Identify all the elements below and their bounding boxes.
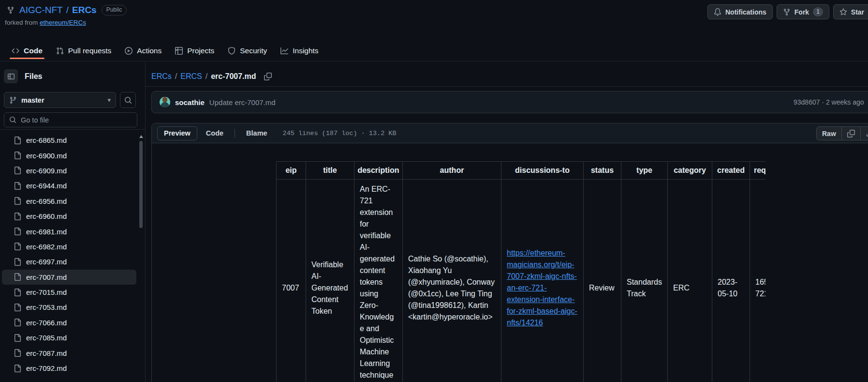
- breadcrumb-separator: /: [175, 72, 177, 81]
- file-tree-item[interactable]: erc-6909.md: [2, 163, 136, 178]
- notifications-label: Notifications: [725, 8, 766, 16]
- tab-security-label: Security: [240, 46, 267, 55]
- file-icon: [14, 228, 21, 235]
- raw-button[interactable]: Raw: [817, 127, 841, 140]
- file-tree-item[interactable]: erc-7087.md: [2, 345, 136, 360]
- scroll-up-arrow[interactable]: [139, 135, 143, 138]
- sidebar-panel-icon: [7, 73, 15, 80]
- file-name: erc-6982.md: [26, 243, 67, 251]
- breadcrumb-folder-link[interactable]: ERCS: [180, 72, 202, 81]
- file-icon: [14, 365, 21, 372]
- file-tree-item[interactable]: erc-6900.md: [2, 148, 136, 163]
- repo-title-slash: /: [66, 5, 69, 15]
- download-raw-button[interactable]: [860, 127, 868, 140]
- file-tree-item[interactable]: erc-6956.md: [2, 194, 136, 209]
- file-tree-item[interactable]: erc-6865.md: [2, 133, 136, 148]
- file-tree-item-selected[interactable]: erc-7007.md: [2, 270, 136, 285]
- play-icon: [125, 47, 132, 55]
- fork-button[interactable]: Fork 1: [777, 4, 829, 19]
- bell-icon: [714, 8, 721, 16]
- project-icon: [175, 47, 183, 55]
- file-tree-item[interactable]: erc-6982.md: [2, 239, 136, 254]
- star-button[interactable]: Star 0: [833, 4, 868, 19]
- file-tree-item[interactable]: erc-7066.md: [2, 315, 136, 330]
- file-icon: [14, 213, 21, 220]
- tab-security[interactable]: Security: [223, 41, 272, 61]
- git-branch-icon: [9, 96, 17, 104]
- file-name: erc-7085.md: [26, 334, 67, 342]
- file-tree-item[interactable]: erc-7015.md: [2, 285, 136, 300]
- tab-code[interactable]: Code: [7, 41, 47, 61]
- file-tree: erc-6865.md erc-6900.md erc-6909.md erc-…: [2, 133, 136, 376]
- file-tree-item[interactable]: erc-7053.md: [2, 300, 136, 315]
- markdown-preview: eip title description author discussions…: [152, 143, 868, 382]
- file-name: erc-6960.md: [26, 212, 67, 220]
- file-tree-sidebar: Files master ▾ erc-6865.md erc-6900.md e…: [0, 62, 145, 382]
- file-tree-item[interactable]: erc-6997.md: [2, 254, 136, 269]
- file-name: erc-7066.md: [26, 319, 67, 327]
- repo-title: AIGC-NFT / ERCs: [19, 5, 97, 15]
- tab-pull-requests-label: Pull requests: [68, 46, 112, 55]
- table-header-cell: requires: [750, 162, 766, 180]
- collapse-file-tree-button[interactable]: [4, 69, 18, 83]
- tab-actions[interactable]: Actions: [120, 41, 166, 61]
- file-name: erc-6981.md: [26, 228, 67, 236]
- file-name: erc-6865.md: [26, 136, 67, 144]
- fork-count-badge: 1: [813, 7, 823, 16]
- breadcrumb-file-name: erc-7007.md: [211, 72, 256, 81]
- commit-message-link[interactable]: Update erc-7007.md: [209, 98, 276, 107]
- notifications-button[interactable]: Notifications: [707, 4, 773, 19]
- table-header-cell: category: [668, 162, 712, 180]
- repo-action-buttons: Notifications Fork 1 Star 0: [707, 4, 868, 19]
- tab-insights[interactable]: Insights: [276, 41, 323, 61]
- file-tree-item[interactable]: erc-7085.md: [2, 330, 136, 345]
- shield-icon: [228, 47, 235, 55]
- table-cell-discussions-to: https://ethereum-magicians.org/t/eip-700…: [501, 180, 584, 382]
- preview-tab[interactable]: Preview: [157, 126, 197, 140]
- file-tree-item[interactable]: erc-6944.md: [2, 178, 136, 193]
- go-to-file-field: [4, 112, 137, 127]
- repo-owner-link[interactable]: AIGC-NFT: [19, 5, 63, 15]
- commit-sha-time-link[interactable]: 93d8607 · 2 weeks ago: [794, 98, 864, 106]
- breadcrumb-repo-link[interactable]: ERCs: [151, 72, 172, 81]
- toolbar-divider: [235, 129, 235, 138]
- commit-author-avatar[interactable]: [160, 97, 170, 107]
- forked-from-link[interactable]: ethereum/ERCs: [40, 19, 86, 26]
- discussions-link[interactable]: https://ethereum-magicians.org/t/eip-700…: [507, 249, 577, 327]
- forked-from: forked from ethereum/ERCs: [5, 19, 86, 26]
- repo-header: AIGC-NFT / ERCs Public: [7, 5, 127, 15]
- file-tree-item[interactable]: erc-6981.md: [2, 224, 136, 239]
- repo-name-link[interactable]: ERCs: [72, 5, 97, 15]
- tab-pull-requests[interactable]: Pull requests: [51, 41, 117, 61]
- table-header-cell: title: [306, 162, 354, 180]
- file-tree-item[interactable]: erc-7092.md: [2, 361, 136, 376]
- tab-insights-label: Insights: [293, 46, 318, 55]
- table-header-cell: author: [403, 162, 501, 180]
- file-tree-item[interactable]: erc-6960.md: [2, 209, 136, 224]
- branch-selector-button[interactable]: master ▾: [4, 92, 116, 108]
- commit-author-link[interactable]: socathie: [175, 98, 205, 107]
- fork-icon: [783, 8, 791, 16]
- search-icon: [124, 96, 132, 104]
- file-icon: [14, 349, 21, 357]
- go-to-file-input[interactable]: [21, 116, 132, 124]
- table-header-cell: discussions-to: [501, 162, 584, 180]
- file-viewer: Preview Code Blame 245 lines (187 loc) ·…: [151, 123, 868, 382]
- latest-commit-bar: socathie Update erc-7007.md 93d8607 · 2 …: [151, 91, 868, 113]
- table-header-cell: status: [584, 162, 621, 180]
- file-tree-scrollbar[interactable]: [139, 141, 143, 228]
- code-tab[interactable]: Code: [199, 126, 230, 140]
- copy-raw-button[interactable]: [841, 127, 860, 140]
- search-this-repository-button[interactable]: [120, 92, 136, 108]
- tab-projects[interactable]: Projects: [170, 41, 219, 61]
- file-icon: [14, 319, 21, 326]
- blame-tab[interactable]: Blame: [239, 126, 274, 140]
- table-header-row: eip title description author discussions…: [277, 162, 766, 180]
- copy-icon: [847, 130, 855, 138]
- file-icon: [14, 258, 21, 266]
- commit-meta: 93d8607 · 2 weeks ago: [794, 92, 868, 113]
- file-icon: [14, 334, 21, 342]
- breadcrumb-divider: [146, 86, 868, 87]
- copy-path-button[interactable]: [263, 71, 273, 82]
- forked-from-label: forked from: [5, 19, 38, 26]
